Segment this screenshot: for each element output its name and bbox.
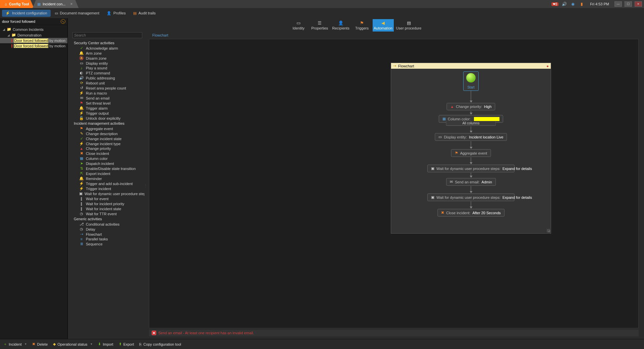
tree-folder[interactable]: ◢📁Common Incidents — [0, 26, 67, 32]
clear-search-icon[interactable] — [61, 19, 65, 24]
activity-item[interactable]: ◐PTZ command — [70, 70, 144, 75]
activity-item[interactable]: 🔔Reminder — [70, 176, 144, 181]
document-management-button[interactable]: ▭ Document management — [51, 10, 103, 17]
document-tab[interactable]: ▦ Incident con... × — [33, 0, 79, 8]
flow-canvas[interactable]: ⇢ Flowchart ● Start ▲Change priority:Hig… — [149, 39, 639, 328]
tab-user-procedure[interactable]: ▤User procedure — [394, 19, 424, 32]
activity-item[interactable]: ⚡Trigger incident — [70, 186, 144, 191]
activity-item[interactable]: ▲Change priority — [70, 146, 144, 151]
add-incident-button[interactable]: ＋ Incident ▼ — [3, 342, 27, 347]
activity-item[interactable]: ✓Change incident state — [70, 136, 144, 141]
activity-item[interactable]: ⇢Flowchart — [70, 232, 144, 237]
tree-folder[interactable]: ◢📁Demonstration — [0, 32, 67, 38]
maximize-button[interactable]: ☐ — [625, 1, 632, 7]
activities-search-input[interactable] — [72, 32, 142, 38]
activity-item[interactable]: ◷Delay — [70, 227, 144, 232]
activity-label: Wait for dynamic user procedure steps — [85, 192, 144, 196]
activity-item[interactable]: ♪Play a sound — [70, 66, 144, 70]
operational-status-button[interactable]: ◆ Operational status ▼ — [53, 342, 93, 346]
tab-recipients[interactable]: 👤Recipients — [330, 19, 352, 32]
activity-item[interactable]: ↺Reset area people count — [70, 85, 144, 91]
activity-item[interactable]: ✉Send an email — [70, 96, 144, 101]
activity-item[interactable]: ‖Wait for incident priority — [70, 201, 144, 206]
activity-item[interactable]: ⚡Trigger output — [70, 111, 144, 116]
battery-icon[interactable]: ▮ — [579, 1, 585, 7]
activity-item[interactable]: ⚡Run a macro — [70, 91, 144, 96]
activity-item[interactable]: ≡Parallel tasks — [70, 237, 144, 241]
activity-item[interactable]: ⇱Export incident — [70, 171, 144, 176]
flow-node[interactable]: ✖Close incident:After 20 Seconds — [437, 209, 504, 217]
app-tab[interactable]: ⌂ Config Tool — [0, 0, 34, 8]
activity-item[interactable]: ‖Wait for incident state — [70, 206, 144, 211]
activity-item[interactable]: ◷Wait for TTR event — [70, 211, 144, 216]
expand-icon[interactable]: ◢ — [2, 28, 5, 31]
flowchart-area: Flowchart ⇢ Flowchart ● Start — [146, 32, 641, 336]
expand-icon[interactable]: ◢ — [7, 34, 10, 37]
activity-item[interactable]: ⎇Conditional activities — [70, 222, 144, 227]
flow-window-titlebar[interactable]: ⇢ Flowchart ● — [391, 63, 551, 69]
flow-node[interactable]: ⚑Aggregate event — [451, 149, 491, 157]
activity-label: Conditional activities — [86, 222, 119, 226]
tab-identity[interactable]: ▭Identity — [288, 19, 309, 32]
activity-item[interactable]: ⚡Change incident type — [70, 141, 144, 146]
activity-item[interactable]: ✎Change description — [70, 131, 144, 136]
delete-button[interactable]: ✖ Delete — [32, 342, 48, 346]
activity-item[interactable]: 🔓Unlock door explicitly — [70, 116, 144, 121]
flow-tab-flowchart[interactable]: Flowchart — [149, 33, 172, 38]
alert-icon[interactable]: ● — [546, 64, 549, 68]
activity-item[interactable]: 🔔Arm zone — [70, 51, 144, 56]
flow-node[interactable]: ▲Change priority:High — [446, 103, 495, 110]
activity-item[interactable]: ⚑Set threat level — [70, 101, 144, 106]
activity-icon: 🔔 — [79, 106, 84, 110]
activity-item[interactable]: ▦Column color — [70, 156, 144, 161]
profiles-button[interactable]: 👤 Profiles — [103, 10, 129, 17]
start-ball-icon — [466, 73, 476, 82]
activity-item[interactable]: ⚡Trigger and add sub-incident — [70, 181, 144, 186]
activity-item[interactable]: ✖Close incident — [70, 151, 144, 156]
network-icon[interactable]: ◉ — [570, 1, 576, 7]
import-button[interactable]: ⬇ Import — [98, 342, 113, 346]
flow-node[interactable]: ✉Send an email:Admin — [446, 178, 496, 186]
tab-automation[interactable]: ◀Automation — [373, 19, 394, 32]
titlebar-tray: ❤3 🔊 ◉ ▮ Fri 4:53 PM — ☐ ✕ — [551, 0, 644, 8]
close-window-button[interactable]: ✕ — [635, 1, 642, 7]
activity-item[interactable]: ⚑Aggregate event — [70, 126, 144, 131]
triggers-icon: ⚑ — [352, 20, 373, 25]
flow-node[interactable]: ▣Wait for dynamic user procedure steps:E… — [427, 165, 515, 172]
activity-item[interactable]: 🔔Trigger alarm — [70, 106, 144, 111]
export-button[interactable]: ⬆ Export — [119, 342, 134, 346]
copy-config-button[interactable]: ⎘ Copy configuration tool — [139, 342, 181, 346]
flow-body[interactable]: Start ▲Change priority:High▦Column color… — [391, 69, 551, 233]
minimize-button[interactable]: — — [614, 1, 622, 7]
tab-triggers[interactable]: ⚑Triggers — [352, 19, 373, 32]
activity-icon: ↺ — [79, 86, 84, 90]
activity-item[interactable]: ➤Dispatch incident — [70, 161, 144, 166]
tree-item[interactable]: Door forced followed by motion — [0, 38, 67, 43]
tab-properties-label: Properties — [311, 26, 328, 30]
flow-node-start[interactable]: Start — [463, 71, 479, 91]
activity-item[interactable]: 🔕Disarm zone — [70, 56, 144, 61]
tree-item[interactable]: Door forced followed by motion — [0, 43, 67, 49]
flow-node[interactable]: ▣Wait for dynamic user procedure steps:E… — [427, 193, 515, 201]
export-icon: ⬆ — [119, 342, 122, 346]
sidebar-search-input[interactable] — [2, 19, 61, 23]
audit-trails-button[interactable]: ▤ Audit trails — [130, 10, 159, 17]
tray-notification-badge[interactable]: ❤3 — [551, 2, 559, 6]
copy-config-label: Copy configuration tool — [143, 342, 181, 346]
activity-item[interactable]: ▣Wait for dynamic user procedure steps — [70, 191, 144, 196]
incident-configuration-button[interactable]: ⚡ Incident configuration — [2, 10, 51, 17]
activity-item[interactable]: 🔊Public addressing — [70, 75, 144, 80]
activity-item[interactable]: ≣Sequence — [70, 241, 144, 246]
activity-item[interactable]: ⇅Enable/Disable state transition — [70, 166, 144, 171]
close-tab-icon[interactable]: × — [70, 2, 72, 6]
resize-grip[interactable] — [547, 229, 550, 232]
activity-item[interactable]: ✓Acknowledge alarm — [70, 46, 144, 51]
tab-properties[interactable]: ☰Properties — [309, 19, 330, 32]
activity-item[interactable]: ▭Display entity — [70, 61, 144, 66]
activity-item[interactable]: ‖Wait for event — [70, 196, 144, 201]
tab-identity-label: Identity — [292, 26, 304, 30]
flow-node[interactable]: ▭Display entity:Incident location Live — [435, 133, 507, 141]
splitter[interactable] — [144, 32, 146, 336]
activity-item[interactable]: ⟳Reboot unit — [70, 80, 144, 85]
volume-icon[interactable]: 🔊 — [561, 1, 567, 7]
